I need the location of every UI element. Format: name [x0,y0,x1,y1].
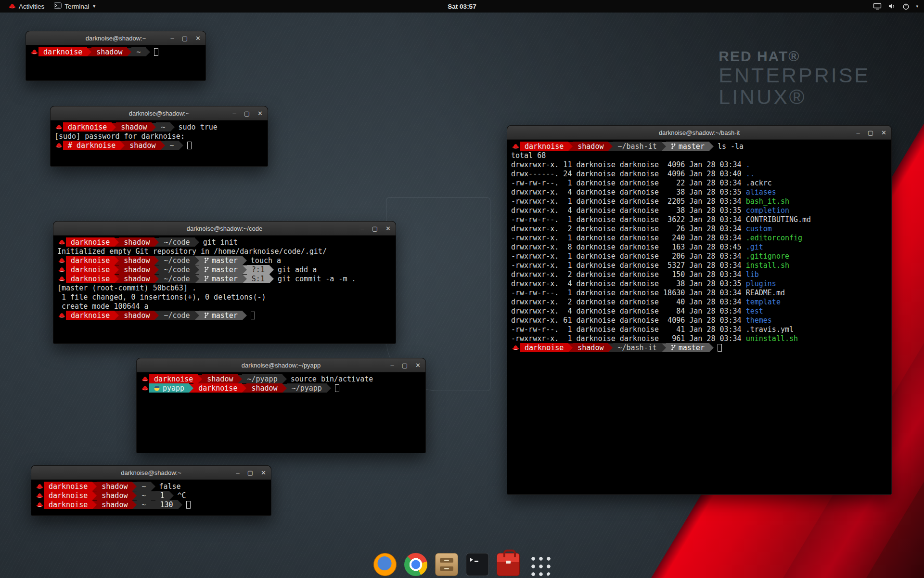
window-titlebar[interactable]: darknoise@shadow:~/code–▢✕ [53,222,396,236]
terminal-content[interactable]: darknoiseshadow~/codegit initInitialized… [53,235,396,343]
redhat-icon [30,47,38,56]
activities-button[interactable]: Activities [4,0,49,13]
prompt-segment-user: darknoise [520,142,568,151]
terminal-content[interactable]: darknoiseshadow~/bash-itmasterls -latota… [507,139,891,494]
window-titlebar[interactable]: darknoise@shadow:~–▢✕ [51,106,268,120]
minimize-button[interactable]: – [233,110,236,117]
terminal-window-pyapp[interactable]: darknoise@shadow:~/pyapp–▢✕darknoiseshad… [136,358,426,453]
terminal-line: drwx------. 24 darknoise darknoise 4096 … [511,169,887,178]
output-text: create mode 100644 a [57,302,149,311]
output-text: [master (root-commit) 50bcb63] . [57,284,196,292]
close-button[interactable]: ✕ [881,130,886,136]
terminal-content[interactable]: darknoiseshadow~/pyappsource bin/activat… [137,372,425,453]
terminal-window-home-bottom[interactable]: darknoise@shadow:~–▢✕darknoiseshadow~fal… [31,465,271,516]
maximize-button[interactable]: ▢ [247,470,253,476]
output-text: drwxrwxr-x. 8 darknoise darknoise 163 Ja… [511,243,746,251]
close-button[interactable]: ✕ [261,470,266,476]
powerline-arrow-icon [115,311,119,320]
powerline-arrow-icon [115,256,119,265]
terminal-line: darknoiseshadow~/pyappsource bin/activat… [141,374,422,383]
powerline-arrow-icon [608,142,613,151]
prompt-segment-git: master [199,265,243,274]
ls-filename: completion [746,206,789,215]
terminal-window-sudo[interactable]: darknoise@shadow:~–▢✕darknoiseshadow~sud… [50,106,268,167]
maximize-button[interactable]: ▢ [244,110,250,117]
prompt-segment-host: shadow [125,141,160,150]
prompt-segment-git: master [199,256,243,265]
prompt-segment-user: darknoise [44,482,92,491]
prompt-segment-host: shadow [91,47,127,56]
power-icon[interactable] [902,3,910,10]
powerline-arrow-icon [243,275,247,283]
powerline-arrow-icon [120,141,125,150]
prompt-segment-host: shadow [97,482,132,491]
terminal-line: darknoiseshadow~false [35,482,267,491]
powerline-arrow-icon [195,265,199,274]
terminal-content[interactable]: darknoiseshadow~sudo true[sudo] password… [51,120,268,166]
terminal-line: drwxrwxr-x. 2 darknoise darknoise 150 Ja… [511,270,887,279]
window-titlebar[interactable]: darknoise@shadow:~–▢✕ [26,31,205,45]
dock-terminal-icon[interactable] [466,553,489,576]
ls-filename: uninstall.sh [746,334,798,343]
terminal-line: drwxrwxr-x. 4 darknoise darknoise 38 Jan… [511,279,887,288]
dock-app-grid-icon[interactable] [527,553,551,576]
volume-icon[interactable] [888,3,896,10]
dock-chrome-icon[interactable] [404,553,427,576]
ls-filename: .travis.yml [746,325,794,334]
redhat-icon [141,374,149,383]
close-button[interactable]: ✕ [385,225,391,232]
chevron-down-icon[interactable]: ▾ [916,4,918,9]
minimize-button[interactable]: – [171,35,174,41]
powerline-arrow-icon [282,375,287,383]
output-text: -rw-rw-r--. 1 darknoise darknoise 41 Jan… [511,325,746,334]
terminal-window-home-top[interactable]: darknoise@shadow:~–▢✕darknoiseshadow~ [26,31,206,81]
terminal-line: create mode 100644 a [57,302,392,311]
close-button[interactable]: ✕ [195,35,201,41]
close-button[interactable]: ✕ [257,110,263,117]
command-text: git init [203,238,238,247]
window-title: darknoise@shadow:~/code [187,225,262,232]
minimize-button[interactable]: – [857,130,860,136]
prompt-segment-user: darknoise [44,500,92,509]
clock[interactable]: Sat 03:57 [448,3,476,10]
terminal-line: darknoiseshadow~1^C [35,491,267,500]
terminal-content[interactable]: darknoiseshadow~falsedarknoiseshadow~1^C… [31,479,271,515]
minimize-button[interactable]: – [236,470,240,476]
window-titlebar[interactable]: darknoise@shadow:~/pyapp–▢✕ [137,358,425,372]
output-text: drwx------. 24 darknoise darknoise 4096 … [511,170,746,178]
window-titlebar[interactable]: darknoise@shadow:~–▢✕ [31,466,271,480]
minimize-button[interactable]: – [361,225,364,232]
maximize-button[interactable]: ▢ [372,225,378,232]
ls-filename: .. [746,170,755,178]
app-menu-terminal[interactable]: Terminal ▼ [49,0,101,13]
terminal-content[interactable]: darknoiseshadow~ [26,45,205,80]
maximize-button[interactable]: ▢ [402,362,408,368]
prompt-segment-path: ~ [137,491,151,500]
dock [373,553,551,576]
prompt-segment-exit: 130 [155,500,178,509]
powerline-arrow-icon [195,311,199,320]
display-icon[interactable] [873,3,882,10]
output-text: drwxrwxr-x. 2 darknoise darknoise 150 Ja… [511,270,746,279]
dock-files-icon[interactable] [435,553,458,576]
maximize-button[interactable]: ▢ [868,130,873,136]
terminal-line: drwxrwxr-x. 61 darknoise darknoise 4096 … [511,315,887,325]
terminal-line: drwxrwxr-x. 11 darknoise darknoise 4096 … [511,160,887,169]
prompt-segment-user: darknoise [66,274,115,283]
terminal-line: drwxrwxr-x. 4 darknoise darknoise 38 Jan… [511,206,887,215]
window-titlebar[interactable]: darknoise@shadow:~/bash-it–▢✕ [507,126,891,140]
maximize-button[interactable]: ▢ [182,35,188,41]
minimize-button[interactable]: – [391,362,394,368]
powerline-arrow-icon [154,238,159,247]
dock-firefox-icon[interactable] [373,553,397,576]
close-button[interactable]: ✕ [415,362,421,368]
terminal-line: drwxrwxr-x. 4 darknoise darknoise 38 Jan… [511,187,887,197]
dock-toolbox-icon[interactable] [497,553,520,576]
window-controls: –▢✕ [361,222,391,235]
window-title: darknoise@shadow:~ [86,35,146,42]
powerline-arrow-icon [195,238,199,247]
output-text: Initialized empty Git repository in /hom… [57,247,327,256]
terminal-window-code[interactable]: darknoise@shadow:~/code–▢✕darknoiseshado… [53,221,396,344]
terminal-window-bash-it[interactable]: darknoise@shadow:~/bash-it–▢✕darknoisesh… [507,125,892,495]
prompt-segment-user: darknoise [38,47,87,56]
